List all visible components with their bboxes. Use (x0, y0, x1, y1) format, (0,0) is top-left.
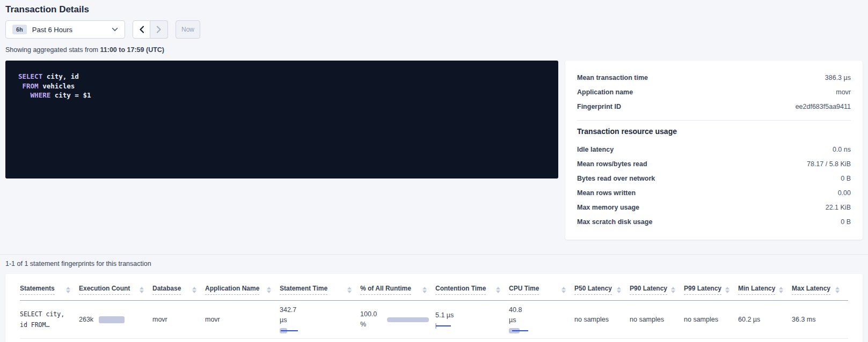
next-time-button[interactable] (150, 20, 168, 39)
statement-time-bar (280, 328, 308, 334)
resource-row-idle-latency: Idle latency 0.0 ns (577, 142, 851, 157)
sort-icon[interactable] (725, 287, 730, 293)
time-range-dropdown[interactable]: 6h Past 6 Hours (5, 20, 125, 39)
time-controls: 6h Past 6 Hours Now (5, 20, 863, 39)
time-range-label: Past 6 Hours (32, 26, 112, 34)
column-header-min-latency[interactable]: Min Latency (738, 280, 792, 301)
contention-time-bar (435, 323, 463, 329)
sort-icon[interactable] (496, 287, 500, 293)
resource-row-mean-rows-written: Mean rows written 0.00 (577, 185, 851, 200)
statement-fingerprint-link[interactable]: SELECT city,id FROM… (20, 309, 64, 330)
column-header-contention-time[interactable]: Contention Time (435, 280, 509, 301)
chevron-down-icon (112, 27, 118, 32)
chevron-right-icon (156, 26, 162, 33)
summary-row-fingerprint-id: Fingerprint ID ee2df683f5aa9411 (577, 99, 851, 114)
previous-time-button[interactable] (133, 20, 150, 39)
resource-row-mean-rows-bytes-read: Mean rows/bytes read 78.17 / 5.8 KiB (577, 157, 851, 171)
resource-row-bytes-read-over-network: Bytes read over network 0 B (577, 171, 851, 185)
chevron-left-icon (139, 26, 144, 33)
cell-contention-time: 5.1 µs (435, 301, 509, 339)
sql-line: WHERE city = $1 (18, 91, 545, 100)
execution-count-bar (99, 316, 125, 323)
time-range-badge: 6h (12, 25, 27, 34)
transaction-summary-card: Mean transaction time 386.3 µs Applicati… (565, 61, 863, 240)
cpu-time-bar (509, 328, 537, 334)
column-header-statement-time[interactable]: Statement Time (280, 280, 360, 301)
summary-row-mean-transaction-time: Mean transaction time 386.3 µs (577, 70, 851, 85)
table-row: SELECT city,id FROM… 263k movr movr 342.… (20, 301, 848, 339)
sort-icon[interactable] (835, 287, 840, 293)
cell-max-latency: 36.3 ms (792, 301, 848, 339)
column-header-database[interactable]: Database (152, 280, 205, 301)
sql-keyword: FROM (23, 82, 39, 90)
cell-p90-latency: no samples (630, 301, 684, 339)
cell-pct-runtime: 100.0 % (360, 301, 435, 339)
now-button[interactable]: Now (176, 20, 200, 39)
column-header-statements[interactable]: Statements (20, 280, 79, 301)
cell-execution-count: 263k (79, 301, 152, 339)
sort-icon[interactable] (140, 287, 144, 293)
cell-p99-latency: no samples (684, 301, 738, 339)
section-divider (0, 254, 868, 255)
column-header-p90-latency[interactable]: P90 Latency (630, 280, 684, 301)
sort-icon[interactable] (561, 287, 566, 293)
resource-row-max-memory-usage: Max memory usage 22.1 KiB (577, 200, 851, 214)
statements-table: Statements Execution Count Database Appl… (20, 280, 848, 339)
time-step-buttons (133, 20, 168, 39)
cell-min-latency: 60.2 µs (738, 301, 792, 339)
sort-icon[interactable] (192, 287, 196, 293)
column-header-cpu-time[interactable]: CPU Time (509, 280, 574, 301)
aggregation-range-text: Showing aggregated stats from 11:00 to 1… (5, 46, 863, 54)
resource-usage-heading: Transaction resource usage (577, 127, 851, 136)
sql-keyword: SELECT (18, 72, 42, 80)
sql-line: FROM vehicles (18, 81, 545, 91)
sql-keyword: WHERE (31, 91, 51, 99)
column-header-application-name[interactable]: Application Name (205, 280, 280, 301)
sort-icon[interactable] (671, 287, 675, 293)
sql-statement-box: SELECT city, id FROM vehicles WHERE city… (5, 61, 558, 179)
cell-application-name: movr (205, 301, 280, 339)
aggregation-range-prefix: Showing aggregated stats from (5, 46, 100, 54)
cell-cpu-time: 40.8 µs (509, 301, 574, 339)
sort-icon[interactable] (347, 287, 352, 293)
page-title: Transaction Details (5, 4, 863, 15)
column-header-max-latency[interactable]: Max Latency (792, 280, 848, 301)
summary-divider (577, 120, 851, 121)
resource-row-max-scratch-disk-usage: Max scratch disk usage 0 B (577, 214, 851, 229)
sql-line: SELECT city, id (18, 72, 545, 81)
summary-row-application-name: Application name movr (577, 85, 851, 99)
column-header-execution-count[interactable]: Execution Count (79, 280, 152, 301)
cell-statement-time: 342.7 µs (280, 301, 360, 339)
pct-runtime-bar (387, 317, 429, 322)
sort-icon[interactable] (779, 287, 783, 293)
statements-count-caption: 1-1 of 1 statement fingerprints for this… (5, 260, 863, 267)
column-header-p50-latency[interactable]: P50 Latency (574, 280, 630, 301)
column-header-p99-latency[interactable]: P99 Latency (684, 280, 738, 301)
sort-icon[interactable] (267, 287, 271, 293)
table-header-row: Statements Execution Count Database Appl… (20, 280, 848, 301)
column-header-pct-runtime[interactable]: % of All Runtime (360, 280, 435, 301)
aggregation-range-value: 11:00 to 17:59 (UTC) (100, 46, 164, 54)
cell-statement: SELECT city,id FROM… (20, 301, 79, 339)
cell-p50-latency: no samples (574, 301, 630, 339)
sort-icon[interactable] (66, 287, 70, 293)
statements-table-card: Statements Execution Count Database Appl… (5, 274, 863, 342)
sort-icon[interactable] (422, 287, 427, 293)
sort-icon[interactable] (617, 287, 621, 293)
cell-database: movr (152, 301, 205, 339)
